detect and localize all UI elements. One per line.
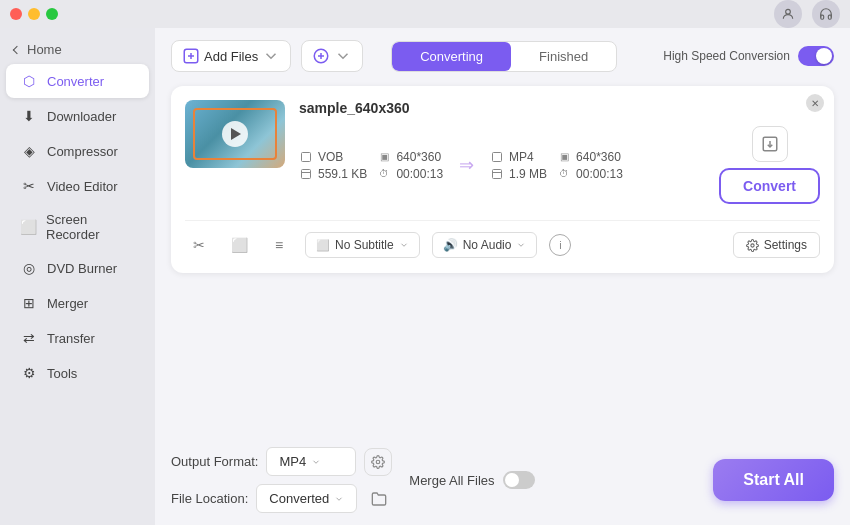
- convert-arrow: ⇒: [449, 154, 484, 176]
- play-button[interactable]: [222, 121, 248, 147]
- format-row: VOB 559.1 KB ▣: [299, 126, 820, 204]
- convert-button[interactable]: Convert: [719, 168, 820, 204]
- info-button[interactable]: i: [549, 234, 571, 256]
- subtitle-chevron: [399, 240, 409, 250]
- start-all-button[interactable]: Start All: [713, 459, 834, 501]
- close-button[interactable]: [10, 8, 22, 20]
- back-icon: [13, 45, 21, 53]
- headset-icon[interactable]: [812, 0, 840, 28]
- audio-chevron: [516, 240, 526, 250]
- sidebar-icon-merger: ⊞: [20, 294, 38, 312]
- target-dur-icon: ⏱: [557, 167, 571, 181]
- tab-finished[interactable]: Finished: [511, 42, 616, 71]
- sidebar-label-video-editor: Video Editor: [47, 179, 118, 194]
- bottom-bar: Output Format: MP4 File Location:: [171, 437, 834, 513]
- file-card: ✕ sample_640x360: [171, 86, 834, 273]
- source-dur-label: 00:00:13: [396, 167, 443, 181]
- sidebar-item-compressor[interactable]: ◈ Compressor: [6, 134, 149, 168]
- card-info: sample_640x360 VOB: [299, 100, 820, 208]
- merge-toggle: Merge All Files: [409, 471, 534, 489]
- sidebar-icon-compressor: ◈: [20, 142, 38, 160]
- sidebar-label-compressor: Compressor: [47, 144, 118, 159]
- output-format-select[interactable]: MP4: [266, 447, 356, 476]
- svg-point-0: [786, 9, 791, 14]
- spacer: [171, 283, 834, 437]
- sidebar-item-dvd-burner[interactable]: ◎ DVD Burner: [6, 251, 149, 285]
- audio-label: No Audio: [463, 238, 512, 252]
- sidebar-item-merger[interactable]: ⊞ Merger: [6, 286, 149, 320]
- target-duration: ⏱ 00:00:13: [557, 167, 623, 181]
- file-icon: [299, 150, 313, 164]
- top-bar: Add Files Converting Finished High Speed…: [171, 40, 834, 72]
- source-format: VOB: [299, 150, 367, 164]
- speed-label: High Speed Conversion: [663, 49, 790, 63]
- convert-area: Convert: [719, 126, 820, 204]
- sidebar-icon-tools: ⚙: [20, 364, 38, 382]
- cut-icon[interactable]: ✂: [185, 231, 213, 259]
- bottom-left: Output Format: MP4 File Location:: [171, 447, 393, 513]
- target-res-label: 640*360: [576, 150, 621, 164]
- subtitle-icon: ⬜: [316, 239, 330, 252]
- dropdown-icon: [262, 47, 280, 65]
- target-dur-label: 00:00:13: [576, 167, 623, 181]
- sidebar-icon-video-editor: ✂: [20, 177, 38, 195]
- res-icon: ▣: [377, 150, 391, 164]
- file-location-select[interactable]: Converted: [256, 484, 357, 513]
- source-block: VOB 559.1 KB: [299, 150, 367, 181]
- source-res-label: 640*360: [396, 150, 441, 164]
- sidebar-label-transfer: Transfer: [47, 331, 95, 346]
- source-meta: ▣ 640*360 ⏱ 00:00:13: [377, 150, 443, 181]
- sidebar: Home ⬡ Converter ⬇ Downloader ◈ Compress…: [0, 28, 155, 525]
- sidebar-icon-converter: ⬡: [20, 72, 38, 90]
- format-chevron: [311, 457, 321, 467]
- target-format: MP4: [490, 150, 547, 164]
- sidebar-label-tools: Tools: [47, 366, 77, 381]
- minimize-button[interactable]: [28, 8, 40, 20]
- settings-button[interactable]: Settings: [733, 232, 820, 258]
- tab-converting[interactable]: Converting: [392, 42, 511, 71]
- svg-rect-7: [302, 152, 311, 161]
- source-size: 559.1 KB: [299, 167, 367, 181]
- target-meta: ▣ 640*360 ⏱ 00:00:13: [557, 150, 623, 181]
- folder-button[interactable]: [365, 485, 393, 513]
- sidebar-item-downloader[interactable]: ⬇ Downloader: [6, 99, 149, 133]
- maximize-button[interactable]: [46, 8, 58, 20]
- speed-toggle: High Speed Conversion: [663, 46, 834, 66]
- sidebar-item-tools[interactable]: ⚙ Tools: [6, 356, 149, 390]
- sidebar-item-screen-recorder[interactable]: ⬜ Screen Recorder: [6, 204, 149, 250]
- sidebar-item-video-editor[interactable]: ✂ Video Editor: [6, 169, 149, 203]
- sidebar-label-screen-recorder: Screen Recorder: [46, 212, 135, 242]
- main-content: Add Files Converting Finished High Speed…: [155, 28, 850, 525]
- titlebar-right: [774, 0, 840, 28]
- target-resolution: ▣ 640*360: [557, 150, 623, 164]
- play-icon: [231, 128, 241, 140]
- file-location-label: File Location:: [171, 491, 248, 506]
- sidebar-item-converter[interactable]: ⬡ Converter: [6, 64, 149, 98]
- add-files-label: Add Files: [204, 49, 258, 64]
- export-button[interactable]: [752, 126, 788, 162]
- speed-toggle-switch[interactable]: [798, 46, 834, 66]
- subtitle-label: No Subtitle: [335, 238, 394, 252]
- close-card-button[interactable]: ✕: [806, 94, 824, 112]
- sidebar-icon-transfer: ⇄: [20, 329, 38, 347]
- svg-rect-11: [493, 169, 502, 178]
- format-settings-button[interactable]: [364, 448, 392, 476]
- home-link[interactable]: Home: [0, 36, 155, 63]
- effects-icon[interactable]: ≡: [265, 231, 293, 259]
- sidebar-icon-downloader: ⬇: [20, 107, 38, 125]
- add-files-button[interactable]: Add Files: [171, 40, 291, 72]
- svg-point-15: [377, 460, 381, 464]
- source-size-label: 559.1 KB: [318, 167, 367, 181]
- merge-toggle-switch[interactable]: [503, 471, 535, 489]
- card-top: sample_640x360 VOB: [185, 100, 820, 208]
- audio-select[interactable]: 🔊 No Audio: [432, 232, 538, 258]
- add-url-button[interactable]: [301, 40, 363, 72]
- target-file-icon: [490, 150, 504, 164]
- sidebar-item-transfer[interactable]: ⇄ Transfer: [6, 321, 149, 355]
- dropdown-icon2: [334, 47, 352, 65]
- crop-icon[interactable]: ⬜: [225, 231, 253, 259]
- tab-group: Converting Finished: [391, 41, 617, 72]
- user-icon[interactable]: [774, 0, 802, 28]
- target-size: 1.9 MB: [490, 167, 547, 181]
- subtitle-select[interactable]: ⬜ No Subtitle: [305, 232, 420, 258]
